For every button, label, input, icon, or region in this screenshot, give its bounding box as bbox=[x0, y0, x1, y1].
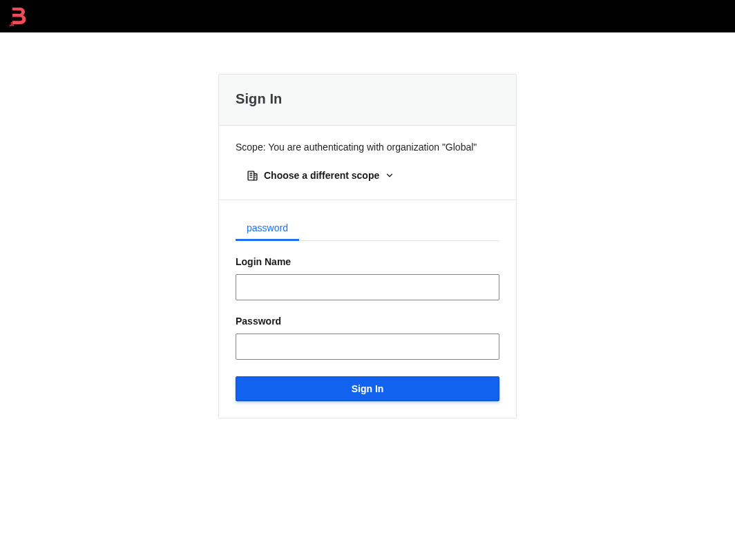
svg-rect-4 bbox=[11, 25, 12, 26]
auth-method-tabs: password bbox=[236, 217, 499, 241]
svg-rect-0 bbox=[11, 22, 12, 23]
svg-rect-3 bbox=[10, 25, 11, 26]
signin-card: Sign In Scope: You are authenticating wi… bbox=[218, 74, 517, 418]
login-name-input[interactable] bbox=[236, 274, 499, 300]
scope-section: Scope: You are authenticating with organ… bbox=[219, 126, 516, 200]
scope-prefix: Scope: You are authenticating with organ… bbox=[236, 142, 446, 153]
scope-org-name: Global bbox=[446, 142, 473, 153]
sign-in-button[interactable]: Sign In bbox=[236, 376, 499, 401]
choose-scope-label: Choose a different scope bbox=[264, 170, 379, 181]
app-logo[interactable] bbox=[10, 7, 27, 26]
svg-rect-1 bbox=[11, 23, 12, 25]
chevron-down-icon bbox=[385, 171, 394, 180]
password-input[interactable] bbox=[236, 334, 499, 360]
page-title: Sign In bbox=[236, 91, 499, 107]
svg-rect-2 bbox=[12, 23, 14, 25]
login-label: Login Name bbox=[236, 256, 499, 267]
card-header: Sign In bbox=[219, 75, 516, 126]
password-label: Password bbox=[236, 316, 499, 327]
scope-message: Scope: You are authenticating with organ… bbox=[236, 141, 499, 155]
scope-suffix: " bbox=[473, 142, 477, 153]
choose-scope-button[interactable]: Choose a different scope bbox=[236, 170, 499, 182]
svg-rect-5 bbox=[12, 25, 14, 26]
tab-password[interactable]: password bbox=[236, 217, 299, 240]
form-section: password Login Name Password Sign In bbox=[219, 200, 516, 418]
building-icon bbox=[247, 170, 258, 182]
